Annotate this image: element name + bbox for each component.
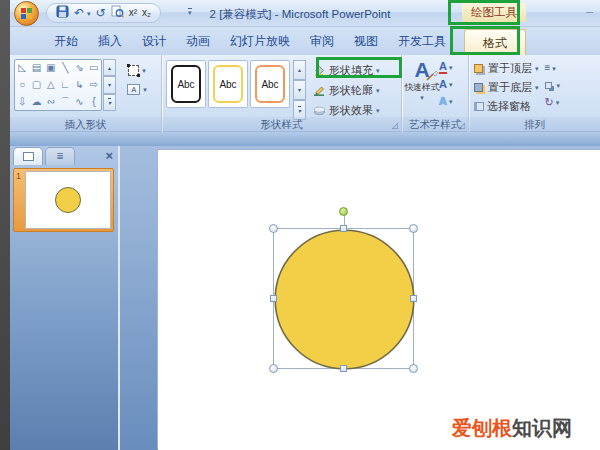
shape-elbow-arrow-icon[interactable]: ↳	[72, 77, 86, 94]
text-fill-button[interactable]: A ▾	[439, 60, 452, 75]
shape-style-preview-2[interactable]: Abc	[208, 60, 248, 108]
superscript-button[interactable]: x²	[129, 8, 137, 18]
resize-handle-top-left[interactable]	[269, 224, 278, 233]
quick-styles-button[interactable]: A 快速样式 ▾	[405, 59, 439, 109]
shape-style-preview-1[interactable]: Abc	[166, 60, 206, 108]
watermark-brand: 爱刨根	[452, 417, 512, 439]
group-label-insert-shapes: 插入形状	[10, 117, 161, 132]
shape-rounded-rect-icon[interactable]: ▢	[29, 77, 43, 94]
redo-icon[interactable]: ↺	[96, 7, 106, 19]
resize-handle-bottom[interactable]	[340, 365, 347, 372]
office-button[interactable]	[14, 1, 39, 26]
shape-style-preview-3[interactable]: Abc	[250, 60, 290, 108]
tab-animations[interactable]: 动画	[176, 27, 220, 55]
tab-home[interactable]: 开始	[44, 27, 88, 55]
slides-panel: ≣ × 1	[10, 146, 118, 450]
save-icon[interactable]	[56, 4, 69, 22]
group-button[interactable]: ▾	[545, 78, 561, 92]
shape-arc-icon[interactable]: ⌒	[58, 93, 72, 110]
style-scroll-up-icon[interactable]: ▴	[293, 60, 306, 80]
tab-insert[interactable]: 插入	[88, 27, 132, 55]
ribbon: ◺ ▤ ▣ ╲ ⇘ ▭ ○ ▢ △ ∟ ↳ ⇨ ⇩ ☁ ∾ ⌒ ∿	[10, 55, 600, 132]
gallery-more-icon[interactable]: ▾	[103, 94, 116, 111]
powerpoint-window: ↶ ▾ ↺ x² x₂ ▾ 2 [兼容模式] - Microsoft Power…	[0, 0, 600, 450]
text-effects-button[interactable]: A ▾	[439, 94, 452, 109]
tab-view[interactable]: 视图	[344, 27, 388, 55]
tab-slides-thumbnails[interactable]	[13, 147, 43, 165]
edit-shape-dropdown-icon: ▾	[142, 67, 146, 74]
shape-placeholder-icon[interactable]: ▤	[29, 60, 43, 77]
ribbon-bottom-band	[10, 132, 600, 146]
tab-developer[interactable]: 开发工具	[388, 27, 456, 55]
minimize-button[interactable]: –	[586, 4, 593, 19]
subscript-button[interactable]: x₂	[142, 8, 151, 18]
shape-line-icon[interactable]: ╲	[58, 60, 72, 77]
send-to-back-button[interactable]: 置于底层 ▾	[474, 79, 539, 96]
align-button[interactable]: ≡ ▾	[545, 61, 561, 75]
align-icon: ≡	[545, 63, 551, 73]
shape-outline-button[interactable]: 形状轮廓 ▾	[310, 81, 383, 100]
rotation-handle[interactable]	[339, 207, 348, 216]
slide-thumbnail-preview	[25, 171, 111, 229]
quick-access-toolbar: ↶ ▾ ↺ x² x₂	[46, 3, 161, 23]
shape-gallery[interactable]: ◺ ▤ ▣ ╲ ⇘ ▭ ○ ▢ △ ∟ ↳ ⇨ ⇩ ☁ ∾ ⌒ ∿	[14, 59, 102, 111]
shape-styles-dialog-launcher-icon[interactable]: ◿	[392, 122, 398, 130]
text-effects-icon: A	[439, 96, 447, 107]
resize-handle-bottom-left[interactable]	[269, 364, 278, 373]
shape-curve-icon[interactable]: ∿	[72, 93, 86, 110]
window-title: 2 [兼容模式] - Microsoft PowerPoint	[170, 7, 430, 22]
bring-to-front-button[interactable]: 置于顶层 ▾	[474, 60, 539, 77]
close-panel-icon[interactable]: ×	[105, 146, 113, 165]
shape-placeholder2-icon[interactable]: ▣	[44, 60, 58, 77]
style-scroll-down-icon[interactable]: ▾	[293, 80, 306, 100]
tab-format-active[interactable]: 格式	[464, 29, 526, 55]
shape-brace-icon[interactable]: {	[87, 93, 101, 110]
shape-effects-dropdown-icon: ▾	[376, 107, 380, 114]
slides-panel-tabs: ≣ ×	[10, 146, 118, 165]
tab-design[interactable]: 设计	[132, 27, 176, 55]
window-left-edge	[0, 0, 10, 450]
edit-shape-button[interactable]: ▾	[128, 65, 146, 76]
shape-cloud-icon[interactable]: ☁	[29, 93, 43, 110]
resize-handle-left[interactable]	[270, 295, 277, 302]
pencil-icon	[313, 82, 326, 100]
resize-handle-top[interactable]	[340, 225, 347, 232]
undo-button[interactable]: ↶ ▾	[74, 7, 91, 19]
text-outline-button[interactable]: A ▾	[439, 77, 452, 92]
shape-scribble-icon[interactable]: ∾	[44, 93, 58, 110]
watermark: 爱刨根知识网	[452, 415, 572, 442]
gallery-scroll-down-icon[interactable]: ▾	[103, 76, 116, 93]
shape-gallery-scrollbar: ▴ ▾ ▾	[103, 59, 116, 111]
wordart-dialog-launcher-icon[interactable]: ◿	[459, 122, 465, 130]
shape-triangle-icon[interactable]: △	[44, 77, 58, 94]
text-box-icon: A	[127, 84, 140, 95]
text-outline-icon: A	[439, 79, 447, 90]
circle-shape[interactable]	[274, 229, 415, 370]
shape-right-triangle-icon[interactable]: ◺	[15, 60, 29, 77]
tab-outline[interactable]: ≣	[45, 147, 75, 165]
shape-right-arrow-icon[interactable]: ⇨	[87, 77, 101, 94]
undo-dropdown-icon[interactable]: ▾	[87, 10, 91, 17]
shape-oval-icon[interactable]: ○	[15, 77, 29, 94]
title-bar: ↶ ▾ ↺ x² x₂ ▾ 2 [兼容模式] - Microsoft Power…	[10, 0, 600, 27]
selected-shape-bounding-box[interactable]	[273, 228, 414, 369]
rotate-button[interactable]: ↻ ▾	[545, 95, 561, 109]
tab-slideshow[interactable]: 幻灯片放映	[220, 27, 300, 55]
shape-elbow-icon[interactable]: ∟	[58, 77, 72, 94]
text-box-button[interactable]: A ▾	[127, 84, 147, 95]
resize-handle-right[interactable]	[410, 295, 417, 302]
resize-handle-bottom-right[interactable]	[409, 364, 418, 373]
group-wordart-styles: A 快速样式 ▾ A ▾ A ▾ A ▾	[402, 55, 469, 132]
tab-review[interactable]: 审阅	[300, 27, 344, 55]
shape-rectangle-icon[interactable]: ▭	[87, 60, 101, 77]
shape-arrow-line-icon[interactable]: ⇘	[72, 60, 86, 77]
wordart-letter-icon: A	[414, 59, 429, 81]
gallery-scroll-up-icon[interactable]: ▴	[103, 59, 116, 76]
print-preview-icon[interactable]	[111, 4, 124, 22]
slide-thumbnail-selected[interactable]: 1	[13, 168, 114, 232]
resize-handle-top-right[interactable]	[409, 224, 418, 233]
send-to-back-icon	[474, 83, 483, 92]
selection-pane-button[interactable]: 选择窗格	[474, 98, 539, 115]
shape-fill-button[interactable]: 形状填充 ▾	[310, 61, 383, 80]
shape-down-arrow-icon[interactable]: ⇩	[15, 93, 29, 110]
